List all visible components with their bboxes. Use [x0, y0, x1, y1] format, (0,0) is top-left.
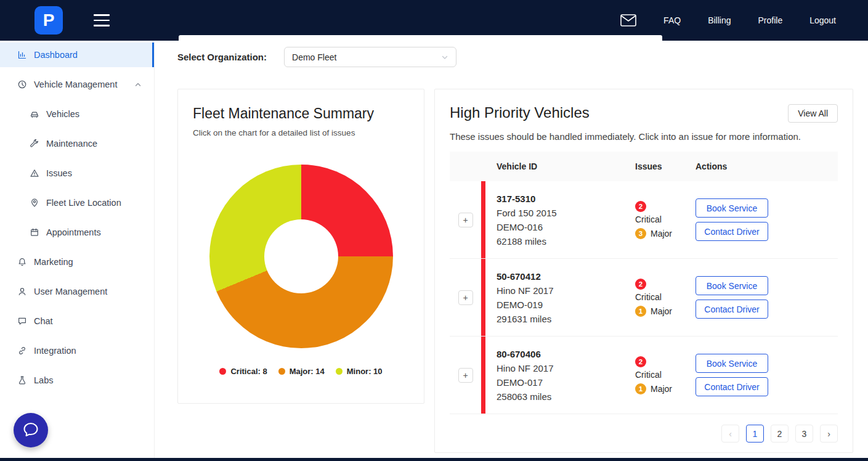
sidebar-item-dashboard[interactable]: Dashboard — [0, 43, 154, 67]
critical-label: Critical — [635, 292, 696, 302]
critical-count-badge[interactable]: 2 — [635, 356, 646, 367]
nav-profile[interactable]: Profile — [758, 15, 782, 25]
major-count-badge[interactable]: 1 — [635, 306, 646, 317]
sidebar-item-label: User Management — [34, 287, 107, 296]
actions-cell: Book Service Contact Driver — [696, 354, 838, 396]
nav-logout[interactable]: Logout — [809, 15, 836, 25]
pagination-page-1[interactable]: 1 — [746, 425, 764, 443]
table-header-row: Vehicle ID Issues Actions — [450, 152, 838, 181]
sidebar-item-fleet-live-location[interactable]: Fleet Live Location — [0, 190, 154, 215]
book-service-button[interactable]: Book Service — [696, 198, 768, 218]
user-icon — [17, 287, 27, 296]
vehicle-code: DEMO-016 — [497, 220, 635, 234]
donut-chart[interactable] — [209, 165, 393, 348]
vehicle-id: 50-670412 — [497, 269, 635, 284]
column-header-actions: Actions — [696, 161, 838, 171]
bell-icon — [17, 257, 27, 267]
top-nav-links: FAQ Billing Profile Logout — [620, 14, 868, 27]
sidebar-item-label: Dashboard — [34, 50, 78, 60]
issues-cell: 2 Critical 3 Major — [635, 201, 696, 239]
table-row: + 50-670412 Hino NF 2017 DEMO-019 291631… — [450, 259, 838, 337]
bottom-edge-bar — [0, 458, 868, 461]
critical-label: Critical — [635, 370, 696, 380]
priority-indicator-bar — [481, 337, 485, 414]
link-icon — [17, 346, 27, 356]
sidebar-item-labs[interactable]: Labs — [0, 368, 154, 393]
warning-triangle-icon — [30, 168, 39, 178]
nav-billing[interactable]: Billing — [708, 15, 731, 25]
app-logo[interactable]: P — [34, 6, 63, 35]
main-content: Select Organization: Demo Fleet Fleet Ma… — [155, 41, 868, 458]
legend-item-critical: Critical: 8 — [219, 367, 267, 376]
summary-card-subtitle: Click on the chart for a detailed list o… — [193, 128, 409, 137]
vehicle-cell: 50-670412 Hino NF 2017 DEMO-019 291631 m… — [485, 269, 635, 326]
sidebar-item-chat[interactable]: Chat — [0, 309, 154, 333]
legend-dot-critical — [219, 368, 226, 375]
sidebar-item-maintenance[interactable]: Maintenance — [0, 131, 154, 156]
vehicle-miles: 258063 miles — [497, 390, 635, 404]
sidebar-item-label: Appointments — [46, 227, 101, 237]
pagination-page-2[interactable]: 2 — [771, 425, 789, 443]
vehicle-code: DEMO-019 — [497, 298, 635, 312]
chat-bubble-icon — [22, 421, 39, 440]
priority-indicator-bar — [481, 181, 485, 258]
chat-bubble-icon — [17, 316, 27, 326]
sidebar-item-marketing[interactable]: Marketing — [0, 250, 154, 274]
contact-driver-button[interactable]: Contact Driver — [696, 300, 768, 319]
priority-card-header: High Priority Vehicles View All — [450, 104, 838, 123]
column-header-vehicle-id: Vehicle ID — [485, 161, 635, 171]
contact-driver-button[interactable]: Contact Driver — [696, 377, 768, 396]
org-selector-row: Select Organization: Demo Fleet — [177, 47, 853, 67]
contact-driver-button[interactable]: Contact Driver — [696, 222, 768, 241]
sidebar-item-issues[interactable]: Issues — [0, 161, 154, 186]
major-count-badge[interactable]: 3 — [635, 228, 646, 239]
high-priority-vehicles-card: High Priority Vehicles View All These is… — [434, 89, 853, 453]
legend-label-critical: Critical: 8 — [230, 367, 267, 376]
pagination-page-3[interactable]: 3 — [795, 425, 813, 443]
sidebar-item-vehicles[interactable]: Vehicles — [0, 102, 154, 126]
gauge-clock-icon — [17, 80, 27, 89]
sidebar-item-label: Maintenance — [46, 139, 97, 149]
critical-count-badge[interactable]: 2 — [635, 201, 646, 212]
menu-toggle-icon[interactable] — [94, 14, 110, 27]
car-icon — [30, 109, 39, 119]
sidebar-item-integration[interactable]: Integration — [0, 338, 154, 363]
priority-vehicles-table: Vehicle ID Issues Actions + 317-5310 For… — [450, 152, 838, 414]
legend-dot-major — [278, 368, 285, 375]
major-label: Major — [651, 306, 672, 316]
mail-icon[interactable] — [620, 14, 636, 27]
calendar-icon — [30, 227, 39, 237]
expand-row-button[interactable]: + — [458, 213, 473, 227]
vehicle-id: 317-5310 — [497, 192, 635, 206]
view-all-button[interactable]: View All — [788, 104, 838, 123]
book-service-button[interactable]: Book Service — [696, 276, 768, 295]
book-service-button[interactable]: Book Service — [696, 354, 768, 373]
sidebar-item-vehicle-management[interactable]: Vehicle Management — [0, 72, 154, 97]
major-label: Major — [651, 229, 672, 239]
major-count-badge[interactable]: 1 — [635, 383, 646, 394]
actions-cell: Book Service Contact Driver — [696, 276, 838, 319]
pagination-prev-button[interactable]: ‹ — [721, 425, 739, 443]
wrench-icon — [30, 139, 39, 149]
issues-cell: 2 Critical 1 Major — [635, 279, 696, 317]
expand-row-button[interactable]: + — [458, 290, 473, 305]
vehicle-id: 80-670406 — [497, 347, 635, 361]
critical-count-badge[interactable]: 2 — [635, 279, 646, 290]
column-header-issues: Issues — [635, 161, 696, 171]
organization-select[interactable]: Demo Fleet — [284, 47, 456, 67]
expand-row-button[interactable]: + — [458, 368, 473, 383]
sidebar-item-appointments[interactable]: Appointments — [0, 220, 154, 245]
priority-card-subtitle: These issues should be handled immediate… — [450, 131, 838, 142]
vehicle-model: Ford 150 2015 — [497, 206, 635, 220]
nav-faq[interactable]: FAQ — [663, 15, 681, 25]
sidebar-item-user-management[interactable]: User Management — [0, 279, 154, 304]
content-scroll-strip — [179, 35, 662, 41]
priority-indicator-bar — [481, 259, 485, 336]
vehicle-code: DEMO-017 — [497, 375, 635, 390]
org-selector-label: Select Organization: — [177, 52, 267, 62]
vehicle-miles: 62188 miles — [497, 234, 635, 248]
sidebar-item-label: Vehicle Management — [34, 80, 117, 89]
pagination-next-button[interactable]: › — [820, 425, 838, 443]
chat-fab-button[interactable] — [14, 413, 48, 447]
pagination: ‹ 1 2 3 › — [450, 425, 838, 443]
